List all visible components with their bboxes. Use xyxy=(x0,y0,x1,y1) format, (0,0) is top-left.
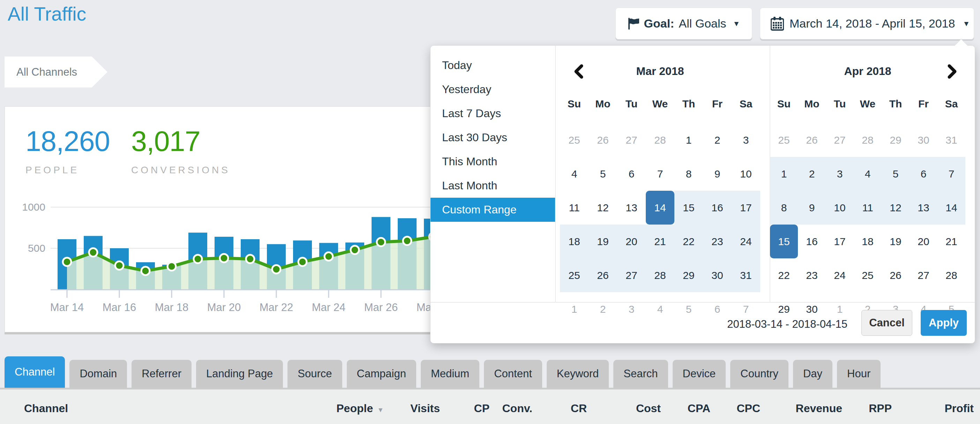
calendar-day[interactable]: 28 xyxy=(646,258,675,292)
tab-search[interactable]: Search xyxy=(613,360,668,388)
calendar-day-selected[interactable]: 15 xyxy=(770,225,798,258)
calendar-day[interactable]: 26 xyxy=(798,123,826,157)
calendar-day[interactable]: 31 xyxy=(937,123,965,157)
calendar-day[interactable]: 12 xyxy=(881,191,910,225)
calendar-day[interactable]: 19 xyxy=(881,225,910,258)
calendar-day[interactable]: 29 xyxy=(881,123,910,157)
calendar-day[interactable]: 3 xyxy=(732,123,760,157)
preset-yesterday[interactable]: Yesterday xyxy=(431,78,555,102)
calendar-day[interactable]: 16 xyxy=(703,191,732,225)
column-header-cpc[interactable]: CPC xyxy=(737,402,760,415)
calendar-day[interactable]: 18 xyxy=(854,225,881,258)
calendar-day[interactable]: 22 xyxy=(675,225,703,258)
breadcrumb-all-channels[interactable]: All Channels xyxy=(5,57,107,87)
column-header-cost[interactable]: Cost xyxy=(636,402,661,415)
preset-last-30-days[interactable]: Last 30 Days xyxy=(431,125,555,149)
calendar-day[interactable]: 25 xyxy=(854,258,881,292)
calendar-day[interactable]: 1 xyxy=(675,123,703,157)
tab-source[interactable]: Source xyxy=(288,360,342,388)
preset-this-month[interactable]: This Month xyxy=(431,149,555,174)
column-header-cpa[interactable]: CPA xyxy=(688,402,710,415)
calendar-day[interactable]: 26 xyxy=(589,123,617,157)
calendar-day[interactable]: 18 xyxy=(560,225,589,258)
calendar-day[interactable]: 19 xyxy=(589,225,617,258)
tab-content[interactable]: Content xyxy=(484,360,542,388)
calendar-day[interactable]: 3 xyxy=(826,157,854,191)
calendar-day[interactable]: 29 xyxy=(675,258,703,292)
tab-domain[interactable]: Domain xyxy=(69,360,127,388)
calendar-day[interactable]: 27 xyxy=(617,258,646,292)
calendar-day-selected[interactable]: 14 xyxy=(646,191,675,225)
calendar-day[interactable]: 24 xyxy=(732,225,760,258)
calendar-day[interactable]: 11 xyxy=(854,191,881,225)
tab-keyword[interactable]: Keyword xyxy=(547,360,609,388)
calendar-day[interactable]: 21 xyxy=(937,225,965,258)
cancel-button[interactable]: Cancel xyxy=(861,310,912,336)
calendar-day[interactable]: 15 xyxy=(675,191,703,225)
calendar-day[interactable]: 7 xyxy=(937,157,965,191)
calendar-day[interactable]: 27 xyxy=(910,258,937,292)
calendar-day[interactable]: 2 xyxy=(703,123,732,157)
calendar-day[interactable]: 24 xyxy=(826,258,854,292)
calendar-day[interactable]: 22 xyxy=(770,258,798,292)
calendar-day[interactable]: 27 xyxy=(617,123,646,157)
column-header-revenue[interactable]: Revenue xyxy=(796,402,842,415)
tab-campaign[interactable]: Campaign xyxy=(347,360,416,388)
column-header-cr[interactable]: CR xyxy=(571,402,587,415)
calendar-day[interactable]: 12 xyxy=(589,191,617,225)
calendar-day[interactable]: 31 xyxy=(732,258,760,292)
calendar-day[interactable]: 25 xyxy=(560,258,589,292)
calendar-day[interactable]: 23 xyxy=(703,225,732,258)
calendar-day[interactable]: 26 xyxy=(589,258,617,292)
preset-today[interactable]: Today xyxy=(431,53,555,78)
calendar-day[interactable]: 7 xyxy=(646,157,675,191)
calendar-day[interactable]: 21 xyxy=(646,225,675,258)
column-header-channel[interactable]: Channel xyxy=(24,402,68,415)
calendar-day[interactable]: 8 xyxy=(675,157,703,191)
calendar-day[interactable]: 20 xyxy=(617,225,646,258)
tab-medium[interactable]: Medium xyxy=(421,360,479,388)
calendar-day[interactable]: 4 xyxy=(560,157,589,191)
calendar-day[interactable]: 5 xyxy=(589,157,617,191)
calendar-day[interactable]: 13 xyxy=(617,191,646,225)
column-header-people[interactable]: People▼ xyxy=(336,402,384,415)
calendar-day[interactable]: 20 xyxy=(910,225,937,258)
calendar-day[interactable]: 8 xyxy=(770,191,798,225)
date-range-button[interactable]: March 14, 2018 - April 15, 2018 ▼ xyxy=(760,8,974,40)
calendar-day[interactable]: 2 xyxy=(798,157,826,191)
calendar-day[interactable]: 11 xyxy=(560,191,589,225)
calendar-day[interactable]: 10 xyxy=(826,191,854,225)
calendar-day[interactable]: 25 xyxy=(560,123,589,157)
calendar-day[interactable]: 9 xyxy=(798,191,826,225)
column-header-cp[interactable]: CP xyxy=(474,402,490,415)
tab-hour[interactable]: Hour xyxy=(837,360,881,388)
preset-last-month[interactable]: Last Month xyxy=(431,174,555,198)
calendar-day[interactable]: 6 xyxy=(617,157,646,191)
column-header-conv-[interactable]: Conv. xyxy=(502,402,532,415)
calendar-day[interactable]: 25 xyxy=(770,123,798,157)
calendar-day[interactable]: 26 xyxy=(881,258,910,292)
calendar-day[interactable]: 16 xyxy=(798,225,826,258)
tab-referrer[interactable]: Referrer xyxy=(132,360,191,388)
tab-country[interactable]: Country xyxy=(730,360,789,388)
calendar-day[interactable]: 17 xyxy=(732,191,760,225)
goal-selector-button[interactable]: Goal: All Goals ▼ xyxy=(616,8,752,40)
calendar-day[interactable]: 10 xyxy=(732,157,760,191)
calendar-day[interactable]: 6 xyxy=(910,157,937,191)
tab-channel[interactable]: Channel xyxy=(5,356,65,388)
tab-landing-page[interactable]: Landing Page xyxy=(196,360,283,388)
calendar-day[interactable]: 1 xyxy=(770,157,798,191)
preset-last-7-days[interactable]: Last 7 Days xyxy=(431,102,555,125)
calendar-day[interactable]: 14 xyxy=(937,191,965,225)
calendar-day[interactable]: 28 xyxy=(646,123,675,157)
calendar-day[interactable]: 13 xyxy=(910,191,937,225)
calendar-day[interactable]: 27 xyxy=(826,123,854,157)
preset-custom-range[interactable]: Custom Range xyxy=(431,198,555,222)
column-header-visits[interactable]: Visits xyxy=(410,402,440,415)
column-header-profit[interactable]: Profit xyxy=(944,402,974,415)
column-header-rpp[interactable]: RPP xyxy=(869,402,892,415)
tab-day[interactable]: Day xyxy=(793,360,832,388)
calendar-day[interactable]: 5 xyxy=(881,157,910,191)
calendar-day[interactable]: 23 xyxy=(798,258,826,292)
apply-button[interactable]: Apply xyxy=(921,310,967,336)
